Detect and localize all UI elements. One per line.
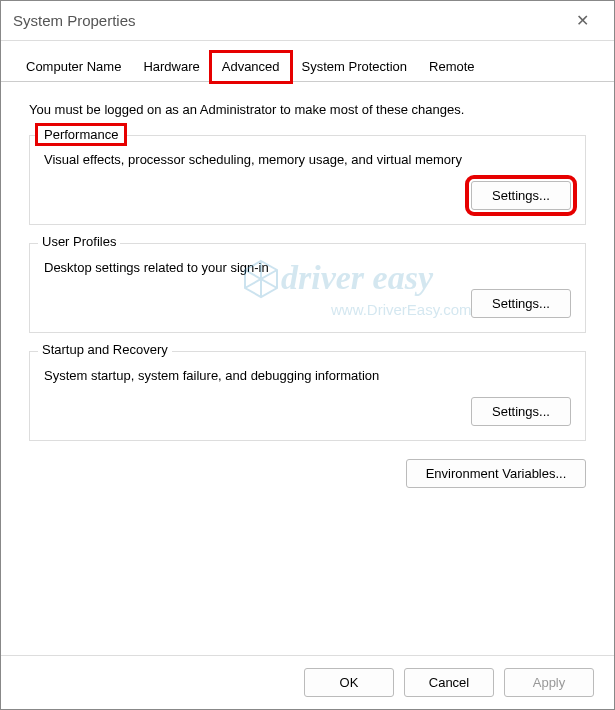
tab-advanced[interactable]: Advanced [211, 52, 291, 82]
advanced-panel: You must be logged on as an Administrato… [1, 82, 614, 508]
dialog-footer: OK Cancel Apply [1, 655, 614, 709]
tab-hardware[interactable]: Hardware [132, 52, 210, 82]
close-icon[interactable]: ✕ [562, 6, 602, 36]
performance-group: Performance Visual effects, processor sc… [29, 135, 586, 225]
performance-settings-button[interactable]: Settings... [471, 181, 571, 210]
apply-button[interactable]: Apply [504, 668, 594, 697]
tab-system-protection[interactable]: System Protection [291, 52, 419, 82]
tab-remote[interactable]: Remote [418, 52, 486, 82]
titlebar: System Properties ✕ [1, 1, 614, 41]
user-profiles-settings-button[interactable]: Settings... [471, 289, 571, 318]
tab-strip: Computer Name Hardware Advanced System P… [1, 41, 614, 82]
environment-variables-button[interactable]: Environment Variables... [406, 459, 586, 488]
performance-legend: Performance [38, 126, 124, 143]
startup-recovery-description: System startup, system failure, and debu… [44, 368, 571, 383]
startup-recovery-group: Startup and Recovery System startup, sys… [29, 351, 586, 441]
startup-recovery-legend: Startup and Recovery [38, 342, 172, 357]
user-profiles-legend: User Profiles [38, 234, 120, 249]
window-title: System Properties [13, 12, 136, 29]
ok-button[interactable]: OK [304, 668, 394, 697]
admin-note: You must be logged on as an Administrato… [29, 102, 586, 117]
user-profiles-description: Desktop settings related to your sign-in [44, 260, 571, 275]
performance-description: Visual effects, processor scheduling, me… [44, 152, 571, 167]
tab-computer-name[interactable]: Computer Name [15, 52, 132, 82]
cancel-button[interactable]: Cancel [404, 668, 494, 697]
user-profiles-group: User Profiles Desktop settings related t… [29, 243, 586, 333]
startup-recovery-settings-button[interactable]: Settings... [471, 397, 571, 426]
